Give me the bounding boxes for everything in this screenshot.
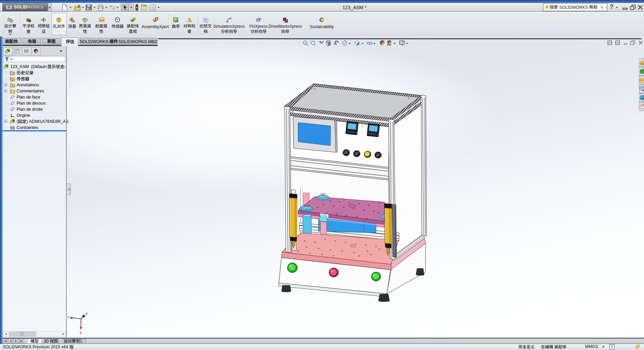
svg-text:Z: Z — [85, 312, 88, 316]
svg-text:?: ? — [546, 6, 547, 8]
svg-text:Y: Y — [67, 315, 70, 320]
svg-text:A: A — [12, 84, 14, 87]
svg-text:X: X — [80, 331, 82, 335]
